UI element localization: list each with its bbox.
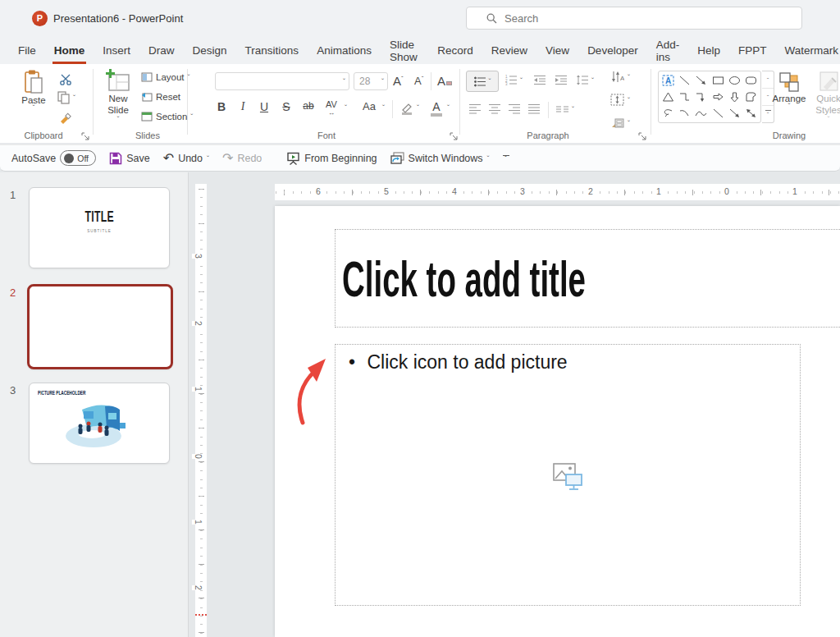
- section-button[interactable]: Section ˇ: [141, 112, 193, 121]
- tab-view[interactable]: View: [544, 37, 571, 64]
- columns-button[interactable]: ˇ: [556, 105, 574, 113]
- align-text-button[interactable]: ˇ: [610, 94, 630, 106]
- shape-elbow-connector[interactable]: [676, 89, 692, 104]
- font-name-combo[interactable]: ˇ: [215, 72, 349, 90]
- autosave-control[interactable]: AutoSave Off: [11, 150, 96, 166]
- shape-text-box[interactable]: A: [660, 72, 676, 88]
- character-spacing-chevron-icon[interactable]: ˇ: [345, 105, 347, 110]
- strikethrough-button[interactable]: S: [278, 100, 294, 113]
- slide-editing-area[interactable]: Click to add title • Click icon to add p…: [275, 206, 840, 637]
- change-case-chevron-icon[interactable]: ˇ: [382, 105, 385, 110]
- shape-oval[interactable]: [726, 72, 742, 88]
- character-spacing-button[interactable]: AV↔: [323, 101, 340, 117]
- change-case-button[interactable]: Aa: [361, 100, 377, 112]
- switch-windows-button[interactable]: Switch Windows ˇ: [390, 152, 490, 164]
- tab-animations[interactable]: Animations: [315, 37, 373, 64]
- new-slide-button[interactable]: New Slide ˇ: [98, 69, 138, 121]
- grow-font-button[interactable]: Aˆ: [393, 74, 404, 88]
- tab-add-ins[interactable]: Add-ins: [655, 37, 682, 64]
- tab-file[interactable]: File: [16, 37, 38, 64]
- copy-button[interactable]: ˇ: [57, 91, 75, 104]
- italic-button[interactable]: I: [235, 100, 251, 113]
- shape-scribble[interactable]: [660, 105, 676, 121]
- font-size-chevron-icon: ˇ: [381, 79, 387, 84]
- tab-home[interactable]: Home: [52, 37, 87, 64]
- shape-triangle[interactable]: [660, 89, 676, 104]
- insert-picture-icon[interactable]: [552, 462, 583, 492]
- format-painter-button[interactable]: [59, 112, 72, 125]
- qat-overflow-button[interactable]: ˇ: [503, 155, 509, 161]
- tab-draw[interactable]: Draw: [147, 37, 176, 64]
- increase-indent-button[interactable]: [555, 75, 568, 85]
- tab-developer[interactable]: Developer: [586, 37, 640, 64]
- shape-rectangle[interactable]: [710, 72, 726, 88]
- decrease-indent-button[interactable]: [533, 75, 546, 85]
- font-dialog-launcher[interactable]: [450, 132, 458, 140]
- slide-thumbnail-1[interactable]: TITLE SUBTITLE: [29, 187, 170, 268]
- arrange-button[interactable]: Arrange ˇ: [769, 71, 809, 108]
- cut-button[interactable]: [59, 74, 72, 85]
- paste-button[interactable]: Paste ˇ: [15, 69, 52, 110]
- bold-button[interactable]: B: [213, 100, 230, 113]
- picture-content-placeholder[interactable]: • Click icon to add picture: [335, 344, 801, 606]
- shape-diagonal-line[interactable]: [710, 105, 726, 121]
- tab-transitions[interactable]: Transitions: [244, 37, 301, 64]
- shape-line[interactable]: [676, 72, 692, 88]
- text-direction-button[interactable]: A ˇ: [610, 71, 630, 84]
- font-color-button[interactable]: A: [430, 100, 443, 117]
- clear-formatting-button[interactable]: A: [437, 74, 452, 88]
- line-spacing-button[interactable]: ˇ: [576, 75, 594, 85]
- tab-design[interactable]: Design: [191, 37, 229, 64]
- shape-double-arrow[interactable]: [743, 105, 760, 121]
- shape-corner[interactable]: [743, 89, 760, 104]
- tab-help[interactable]: Help: [696, 37, 722, 64]
- font-color-chevron-icon[interactable]: ˇ: [447, 105, 450, 110]
- shape-arc[interactable]: [676, 105, 692, 121]
- align-center-icon[interactable]: [489, 103, 501, 114]
- shape-diagonal-arrow[interactable]: [726, 105, 742, 121]
- tab-review[interactable]: Review: [490, 37, 529, 64]
- paragraph-dialog-launcher[interactable]: [638, 132, 646, 140]
- tab-record[interactable]: Record: [436, 37, 475, 64]
- highlight-color-chevron-icon[interactable]: ˇ: [417, 105, 419, 110]
- bullets-button[interactable]: ˇ: [466, 71, 499, 92]
- reset-button[interactable]: Reset: [141, 92, 180, 102]
- thumb3-label: PICTURE PLACEHOLDER: [38, 390, 85, 396]
- gallery-more-button[interactable]: ˇ: [762, 106, 774, 122]
- slide-thumbnail-3[interactable]: PICTURE PLACEHOLDER: [29, 383, 170, 464]
- search-input[interactable]: Search: [466, 7, 802, 30]
- align-left-icon[interactable]: [469, 103, 482, 114]
- convert-to-smartart-button[interactable]: ˇ: [610, 117, 630, 129]
- from-beginning-button[interactable]: From Beginning: [286, 152, 377, 165]
- align-justify-icon[interactable]: [528, 103, 541, 114]
- undo-button[interactable]: ↶ Undo ˇ: [163, 150, 209, 166]
- shape-arrow[interactable]: [693, 72, 710, 88]
- numbering-button[interactable]: 123 ˇ: [505, 75, 523, 85]
- highlight-color-button[interactable]: [399, 102, 414, 115]
- undo-chevron-icon[interactable]: ˇ: [207, 156, 209, 161]
- quick-styles-button[interactable]: Quick Styles ˇ: [810, 71, 840, 121]
- shape-curve[interactable]: [693, 105, 710, 121]
- title-placeholder[interactable]: Click to add title: [335, 229, 840, 328]
- columns-chevron-icon: ˇ: [572, 107, 574, 112]
- shape-rounded-rectangle[interactable]: [743, 72, 760, 88]
- mini-divider: [431, 72, 431, 90]
- shape-elbow-arrow-connector[interactable]: [693, 89, 710, 104]
- layout-button[interactable]: Layout ˇ: [141, 72, 190, 82]
- tab-insert[interactable]: Insert: [101, 37, 132, 64]
- autosave-toggle[interactable]: Off: [60, 150, 96, 166]
- align-right-icon[interactable]: [509, 103, 521, 114]
- underline-button[interactable]: U: [256, 100, 272, 113]
- shape-arrow-down[interactable]: [726, 89, 742, 104]
- shrink-font-button[interactable]: Aˇ: [414, 75, 423, 87]
- save-button[interactable]: Save: [109, 152, 150, 165]
- font-size-combo[interactable]: 28 ˇ: [354, 72, 388, 90]
- strike-ab-button[interactable]: ab: [300, 100, 317, 112]
- tab-watermark[interactable]: Watermark: [783, 37, 840, 64]
- tab-fppt[interactable]: FPPT: [737, 37, 769, 64]
- shape-arrow-right[interactable]: [710, 89, 726, 104]
- slide-thumbnail-2-selected[interactable]: [27, 284, 173, 369]
- redo-button[interactable]: ↷ Redo: [222, 150, 262, 166]
- clipboard-dialog-launcher[interactable]: [81, 132, 89, 140]
- tab-slide-show[interactable]: Slide Show: [388, 37, 421, 64]
